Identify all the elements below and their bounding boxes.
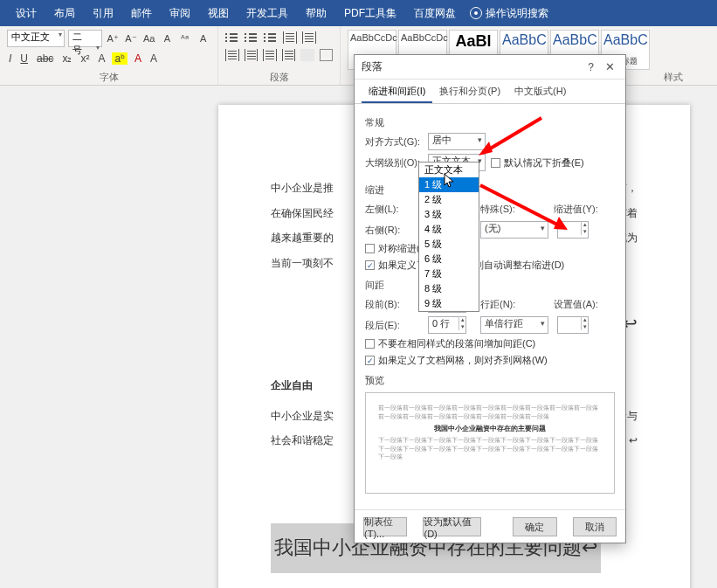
dialog-tabs: 缩进和间距(I) 换行和分页(P) 中文版式(H)	[355, 80, 625, 104]
numbering-icon[interactable]	[245, 31, 259, 44]
font-color-button[interactable]: A	[133, 52, 143, 65]
tabs-button[interactable]: 制表位(T)...	[363, 517, 407, 536]
dropdown-option[interactable]: 3 级	[419, 207, 479, 222]
alignment-select[interactable]: 居中	[428, 133, 486, 150]
tab-help[interactable]: 帮助	[297, 0, 335, 26]
dropdown-option[interactable]: 5 级	[419, 237, 479, 252]
no-space-same-style-checkbox[interactable]: 不要在相同样式的段落间增加间距(C)	[365, 337, 615, 350]
set-default-button[interactable]: 设为默认值(D)	[423, 517, 481, 536]
underline-button[interactable]: U	[18, 52, 30, 65]
indent-value-label: 缩进值(Y):	[554, 203, 603, 216]
highlight-button[interactable]: aᵇ	[112, 52, 128, 65]
left-indent-label: 左侧(L):	[365, 203, 423, 216]
set-value-input[interactable]	[557, 316, 589, 334]
special-indent-select[interactable]: (无)	[480, 221, 548, 239]
cancel-button[interactable]: 取消	[573, 517, 617, 536]
dropdown-option[interactable]: 4 级	[419, 222, 479, 237]
checkbox-icon	[365, 339, 375, 349]
space-after-label: 段后(E):	[365, 319, 423, 332]
checkbox-icon	[365, 244, 375, 253]
outline-label: 大纲级别(O):	[365, 156, 423, 169]
clear-formatting-button[interactable]: A	[160, 31, 175, 46]
font-group-label: 字体	[0, 71, 217, 84]
multilevel-list-icon[interactable]	[264, 31, 278, 44]
set-value-label: 设置值(A):	[554, 298, 603, 311]
dialog-close-button[interactable]: ✕	[602, 60, 618, 73]
line-spacing-select[interactable]: 单倍行距	[480, 316, 548, 334]
special-label: 特殊(S):	[480, 203, 524, 216]
ok-button[interactable]: 确定	[513, 517, 556, 536]
justify-icon[interactable]	[282, 49, 296, 61]
auto-right-indent-checkbox[interactable]: ✓ 如果定义了文档网格，则自动调整右缩进(D)	[365, 259, 615, 272]
section-indent: 缩进	[365, 183, 615, 197]
indent-value-input[interactable]	[557, 221, 589, 239]
tab-pdf-tools[interactable]: PDF工具集	[335, 0, 405, 26]
tab-review[interactable]: 审阅	[161, 0, 199, 26]
align-center-icon[interactable]	[245, 49, 259, 61]
change-case-button[interactable]: Aa	[141, 31, 156, 46]
align-right-icon[interactable]	[263, 49, 277, 61]
font-group: 中文正文 二号 A⁺ A⁻ Aa A ᴬᵃ A I U abc x₂ x² A …	[0, 26, 218, 85]
tab-line-page-breaks[interactable]: 换行和分页(P)	[432, 80, 507, 103]
checkbox-icon	[491, 158, 500, 168]
section-preview: 预览	[365, 374, 615, 387]
dropdown-option[interactable]: 9 级	[419, 296, 479, 311]
section-general: 常规	[365, 116, 615, 129]
dropdown-option[interactable]: 6 级	[419, 252, 479, 266]
dropdown-option[interactable]: 8 级	[419, 281, 479, 296]
char-shading-button[interactable]: A	[148, 52, 159, 65]
checkbox-icon: ✓	[365, 356, 375, 365]
font-size-select[interactable]: 二号	[68, 30, 102, 47]
right-indent-label: 右侧(R):	[365, 224, 423, 237]
text-effects-button[interactable]: A	[96, 52, 107, 65]
font-name-select[interactable]: 中文正文	[7, 30, 65, 47]
paragraph-group: 段落	[218, 26, 341, 85]
mirror-indents-checkbox[interactable]: 对称缩进(M)	[365, 242, 615, 255]
tab-mailings[interactable]: 邮件	[122, 0, 161, 26]
phonetic-guide-button[interactable]: ᴬᵃ	[178, 31, 193, 46]
tab-baidu-netdisk[interactable]: 百度网盘	[405, 0, 465, 26]
mouse-cursor-icon	[444, 173, 456, 189]
lightbulb-icon	[470, 7, 482, 19]
space-after-input[interactable]: 0 行	[428, 316, 466, 334]
tab-references[interactable]: 引用	[84, 0, 122, 26]
borders-icon[interactable]	[320, 49, 334, 61]
align-left-icon[interactable]	[225, 49, 239, 61]
dialog-help-button[interactable]: ?	[583, 61, 599, 73]
tab-design[interactable]: 设计	[7, 0, 45, 26]
tab-layout[interactable]: 布局	[45, 0, 84, 26]
increase-indent-icon[interactable]	[302, 31, 316, 44]
checkbox-icon: ✓	[365, 260, 375, 270]
shrink-font-button[interactable]: A⁻	[124, 31, 139, 46]
space-before-label: 段前(B):	[365, 298, 423, 311]
line-spacing-label: 行距(N):	[480, 298, 524, 311]
tab-view[interactable]: 视图	[199, 0, 238, 26]
tell-me-label: 操作说明搜索	[486, 6, 548, 21]
dropdown-option[interactable]: 2 级	[419, 192, 479, 207]
char-border-button[interactable]: A	[196, 31, 210, 46]
dialog-title: 段落	[362, 59, 383, 74]
collapse-by-default-checkbox[interactable]: 默认情况下折叠(E)	[491, 156, 584, 169]
paragraph-dialog: 段落 ? ✕ 缩进和间距(I) 换行和分页(P) 中文版式(H) 常规 对齐方式…	[354, 54, 626, 543]
styles-group-label: 样式	[647, 71, 700, 84]
strikethrough-button[interactable]: abc	[35, 52, 55, 65]
paragraph-group-label: 段落	[218, 71, 340, 84]
tab-developer[interactable]: 开发工具	[238, 0, 297, 26]
bullets-icon[interactable]	[225, 31, 239, 44]
align-label: 对齐方式(G):	[365, 135, 423, 149]
tab-chinese-typography[interactable]: 中文版式(H)	[507, 80, 573, 103]
section-spacing: 间距	[365, 279, 615, 292]
tell-me-search[interactable]: 操作说明搜索	[470, 6, 548, 21]
snap-to-grid-checkbox[interactable]: ✓ 如果定义了文档网格，则对齐到网格(W)	[365, 354, 615, 367]
grow-font-button[interactable]: A⁺	[106, 31, 121, 46]
tab-indent-spacing[interactable]: 缩进和间距(I)	[362, 80, 432, 103]
preview-box: 前一段落前一段落前一段落前一段落前一段落前一段落前一段落前一段落前一段落前一段落…	[365, 392, 615, 494]
ribbon-tab-bar: 设计 布局 引用 邮件 审阅 视图 开发工具 帮助 PDF工具集 百度网盘 操作…	[0, 0, 717, 26]
subscript-button[interactable]: x₂	[60, 52, 73, 65]
italic-button[interactable]: I	[7, 52, 13, 65]
dropdown-option[interactable]: 7 级	[419, 266, 479, 281]
shading-icon[interactable]	[300, 49, 314, 61]
decrease-indent-icon[interactable]	[283, 31, 297, 44]
